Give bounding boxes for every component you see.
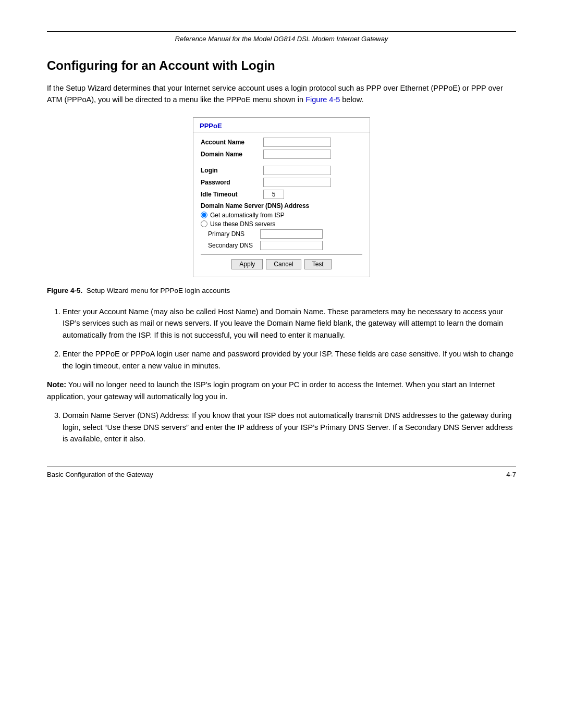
footer-rule (47, 466, 516, 466)
login-label: Login (201, 167, 263, 174)
secondary-dns-input[interactable] (260, 241, 323, 250)
intro-paragraph: If the Setup Wizard determines that your… (47, 82, 516, 106)
idle-timeout-row: Idle Timeout (201, 190, 362, 199)
figure-description: Setup Wizard menu for PPPoE login accoun… (87, 287, 230, 294)
radio-manual-label: Use these DNS servers (210, 220, 275, 228)
password-input[interactable] (263, 178, 331, 187)
numbered-list: Enter your Account Name (may also be cal… (47, 306, 516, 372)
password-label: Password (201, 179, 263, 186)
radio-auto-label: Get automatically from ISP (210, 212, 285, 219)
dns-section-label: Domain Name Server (DNS) Address (201, 202, 362, 209)
button-row: Apply Cancel Test (201, 254, 362, 272)
secondary-dns-label: Secondary DNS (208, 242, 260, 249)
domain-name-row: Domain Name (201, 150, 362, 159)
account-name-label: Account Name (201, 139, 263, 146)
radio-auto-row: Get automatically from ISP (201, 212, 362, 219)
test-button[interactable]: Test (304, 259, 332, 269)
page: Reference Manual for the Model DG814 DSL… (0, 0, 563, 728)
domain-name-input[interactable] (263, 150, 331, 159)
radio-manual-row: Use these DNS servers (201, 220, 362, 228)
password-row: Password (201, 178, 362, 187)
footer-left: Basic Configuration of the Gateway (47, 471, 153, 478)
account-name-row: Account Name (201, 138, 362, 147)
intro-text-start: If the Setup Wizard determines that your… (47, 84, 503, 104)
figure-caption: Figure 4-5. Setup Wizard menu for PPPoE … (47, 287, 516, 294)
figure-number: Figure 4-5. (47, 287, 82, 294)
cancel-button[interactable]: Cancel (266, 259, 301, 269)
idle-timeout-input[interactable] (263, 190, 284, 199)
pppoe-title: PPPoE (193, 118, 370, 132)
header-rule (47, 31, 516, 32)
note-paragraph: Note: You will no longer need to launch … (47, 379, 516, 402)
primary-dns-label: Primary DNS (208, 230, 260, 238)
pppoe-form-box: PPPoE Account Name Domain Name Login Pas… (193, 117, 370, 277)
account-name-input[interactable] (263, 138, 331, 147)
pppoe-form-body: Account Name Domain Name Login Password (193, 132, 370, 277)
numbered-list-3: Domain Name Server (DNS) Address: If you… (47, 410, 516, 445)
primary-dns-row: Primary DNS (201, 229, 362, 239)
primary-dns-input[interactable] (260, 229, 323, 239)
intro-text-suffix: below. (340, 95, 363, 104)
figure-link[interactable]: Figure 4-5 (305, 95, 340, 104)
idle-timeout-label: Idle Timeout (201, 191, 263, 198)
domain-name-label: Domain Name (201, 151, 263, 158)
list-item-1: Enter your Account Name (may also be cal… (63, 306, 516, 341)
section-title: Configuring for an Account with Login (47, 58, 516, 73)
list-item-2: Enter the PPPoE or PPPoA login user name… (63, 348, 516, 372)
list-item-3: Domain Name Server (DNS) Address: If you… (63, 410, 516, 445)
login-input[interactable] (263, 166, 331, 175)
footer-row: Basic Configuration of the Gateway 4-7 (47, 471, 516, 478)
header-text: Reference Manual for the Model DG814 DSL… (47, 35, 516, 43)
note-text: You will no longer need to launch the IS… (47, 380, 495, 400)
note-bold: Note: (47, 380, 66, 389)
secondary-dns-row: Secondary DNS (201, 241, 362, 250)
login-row: Login (201, 166, 362, 175)
radio-auto-input[interactable] (201, 212, 207, 218)
apply-button[interactable]: Apply (231, 259, 263, 269)
radio-manual-input[interactable] (201, 220, 207, 227)
footer-right: 4-7 (506, 471, 516, 478)
